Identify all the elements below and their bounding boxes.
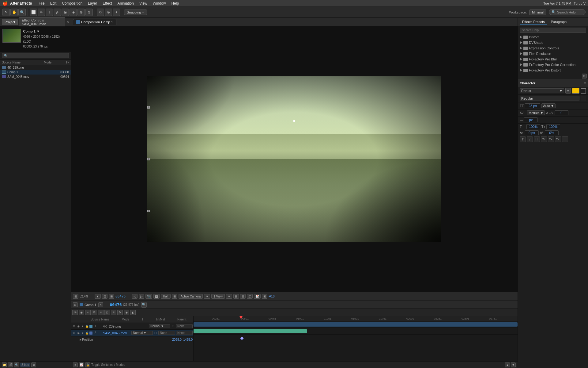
search-project-btn[interactable]: 🔍 [14,362,19,367]
tf-down-btn[interactable]: ▼ [511,362,516,367]
ep-item-fxfactory-blur[interactable]: FxFactory Pro Blur [518,56,588,62]
vc-safe-zones-btn[interactable]: ◫ [247,294,253,299]
layer-2-solo-btn[interactable]: ★ [81,331,85,335]
tl-duplicate-btn[interactable]: ⧉ [92,310,97,315]
char-underline-btn[interactable]: T [562,136,568,142]
comp-viewer-tab[interactable]: Composition Comp 1 [73,19,116,25]
paragraph-tab[interactable]: Paragraph [548,19,569,25]
apple-icon[interactable]: 🍎 [2,1,8,6]
vc-fit-btn[interactable]: ⊡ [102,294,107,299]
roto-tool-btn[interactable]: ⊕ [77,9,85,16]
vc-3d-btn[interactable]: 🎲 [254,294,261,299]
eraser-tool-btn[interactable]: ◈ [70,9,77,16]
layer-1-visibility-btn[interactable]: 👁 [72,324,76,328]
search-help-input[interactable]: 🔍 Search Help [549,9,586,15]
file-item-sam-mov[interactable]: SAM_0045.mov 00594 [0,75,71,79]
menu-composition[interactable]: Composition [59,1,85,6]
char-italic-btn[interactable]: T [527,136,533,142]
char-scale-h-field[interactable]: 100% [526,124,540,129]
tl-draft-btn[interactable]: ⌗ [111,310,116,315]
position-value[interactable]: 2068.0, 1435.0 [166,338,193,341]
track-bar-1[interactable] [194,322,518,327]
vc-views-dropdown[interactable]: ▼ [226,294,232,299]
timeline-search-btn[interactable]: 🔍 [141,302,147,308]
new-comp-btn[interactable]: 🎬 [8,362,13,367]
ep-options-btn[interactable]: ⊞ [582,74,587,79]
tl-close-btn[interactable]: ✕ [98,302,103,307]
ep-item-expression-controls[interactable]: Expression Controls [518,45,588,51]
character-panel-menu-btn[interactable]: ≡ [584,81,586,85]
workspace-selector[interactable]: Minimal [529,10,546,15]
menu-edit[interactable]: Edit [48,1,59,6]
char-smallcaps-btn[interactable]: TT [541,136,547,142]
effects-search-input[interactable] [520,28,586,33]
tl-markers-btn[interactable]: ◈ [124,310,129,315]
tl-solo-btn[interactable]: ◉ [79,310,84,315]
layer-2-audio-btn[interactable]: ◉ [77,331,80,335]
tf-options-btn[interactable]: ≡ [73,362,78,367]
char-subscript-btn[interactable]: T▼ [555,136,561,142]
vc-prev-frame-btn[interactable]: ◁ [132,294,138,299]
vc-zoom-dropdown[interactable]: ▼ [95,294,101,299]
playhead[interactable] [241,316,241,321]
selection-tool-btn[interactable]: ↖ [2,9,10,16]
camera-tool-btn[interactable]: ⊗ [105,9,112,16]
snapping-control[interactable]: Snapping ≈ [124,10,147,15]
zoom-tool-btn[interactable]: 🔍 [18,9,26,16]
new-folder-btn[interactable]: 📁 [2,362,7,367]
ep-item-fxfactory-distort[interactable]: FxFactory Pro Distort [518,67,588,73]
tl-expand-btn[interactable]: ⊞ [73,302,78,307]
toggle-switches-label[interactable]: Toggle Switches / Modes [91,363,125,366]
layer-2-visibility-btn[interactable]: 👁 [72,331,76,335]
layer-2-name[interactable]: SAM_0045.mov [103,331,131,335]
layer-1-name[interactable]: 4K_239.png [103,324,148,328]
char-allcaps-btn[interactable]: TT [534,136,540,142]
puppet-tool-btn[interactable]: ⊛ [85,9,93,16]
vc-pixel-aspect-btn[interactable]: ⊞ [109,294,114,299]
vc-grid-btn[interactable]: ⊞ [233,294,239,299]
ep-item-dvshade[interactable]: DVShade [518,40,588,45]
char-style-selector[interactable]: Regular [520,96,579,101]
layer-1-mode-dropdown[interactable]: Normal ▼ [149,324,170,328]
layer-1-trkmat-check[interactable]: ☐ [171,324,175,328]
layer-row-2[interactable]: 👁 ◉ ★ 🔒 2 SAM_0045.mov Normal ▼ ☐ [71,330,193,336]
effects-presets-tab[interactable]: Effects Presets [520,19,547,25]
tf-graph-btn[interactable]: 📈 [79,362,84,367]
tl-new-layer-btn[interactable]: + [85,310,91,315]
tf-lock-btn[interactable]: 🔒 [85,362,90,367]
char-metrics-dropdown[interactable]: Metrics ▼ [527,110,545,115]
char-fill-color[interactable] [572,88,579,94]
stamp-tool-btn[interactable]: ◉ [62,9,69,16]
char-font-selector[interactable]: Redux ▼ [520,88,564,93]
hand-tool-btn[interactable]: ✋ [10,9,18,16]
rect-tool-btn[interactable]: ⬜ [30,9,37,16]
text-tool-btn[interactable]: T [46,9,53,16]
layer-2-lock-btn[interactable]: 🔒 [85,331,89,335]
layer-1-solo-btn[interactable]: ★ [81,324,85,328]
menu-view[interactable]: View [137,1,150,6]
vc-transparency-btn[interactable]: ⊠ [262,294,267,299]
menu-layer[interactable]: Layer [85,1,100,6]
vc-guides-btn[interactable]: ⊟ [240,294,246,299]
tl-effects-btn[interactable]: fx [117,310,123,315]
position-expand-icon[interactable] [80,339,81,341]
ep-item-distort[interactable]: Distort [518,34,588,40]
file-item-comp1[interactable]: Comp 1 03000 [0,70,71,75]
track-bar-2[interactable] [194,329,307,333]
layer-2-trkmat-check[interactable]: ☐ [153,331,158,335]
char-baseline-field[interactable]: 0 px [525,130,539,135]
layer-1-audio-btn[interactable]: ◉ [77,324,80,328]
char-scale-v-field[interactable]: 100% [546,124,560,129]
layer-1-parent-dropdown[interactable]: None [176,324,193,328]
file-item-4k-png[interactable]: 4K_239.png [0,65,71,70]
brush-tool-btn[interactable]: 🖌 [54,9,61,16]
char-bold-btn[interactable]: T [520,136,526,142]
char-auto-dropdown[interactable]: Auto ▼ [541,103,556,108]
vc-camera-dropdown[interactable]: ▼ [204,294,210,299]
char-unit-field[interactable]: px [524,117,538,122]
layer-2-mode-dropdown[interactable]: Normal ▼ [131,331,153,335]
pen-tool-btn[interactable]: ✏ [38,9,45,16]
light-tool-btn[interactable]: ✦ [113,9,120,16]
layer-row-1[interactable]: 👁 ◉ ★ 🔒 1 4K_239.png Normal ▼ ☐ [71,323,193,330]
ep-item-fxfactory-color[interactable]: FxFactory Pro Color Correction [518,62,588,67]
